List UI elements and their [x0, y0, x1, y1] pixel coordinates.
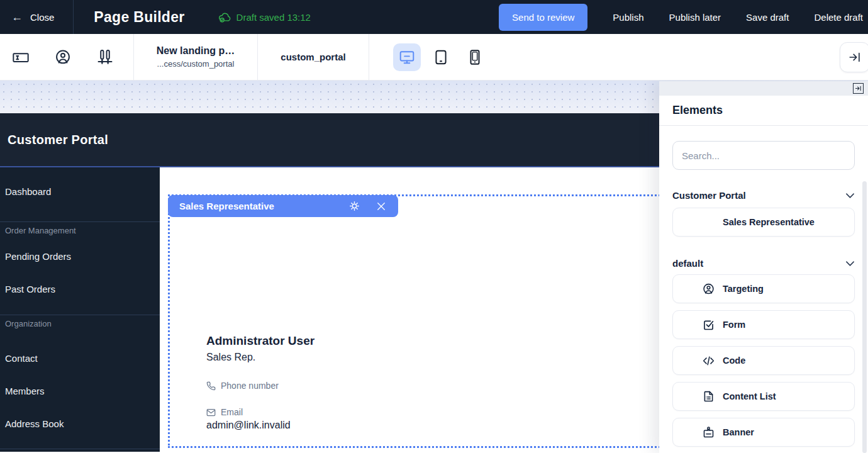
topbar-divider	[73, 0, 74, 34]
section-header-default[interactable]: default	[672, 258, 855, 269]
element-item-label: Content List	[723, 391, 776, 401]
app-title: Page Builder	[94, 9, 184, 26]
page-name: New landing p…	[134, 45, 257, 57]
toolbar: New landing p… ...cess/custom_portal cus…	[0, 34, 868, 81]
element-item-label: Code	[723, 355, 745, 366]
targeting-icon	[702, 282, 715, 296]
code-icon	[702, 354, 715, 367]
person-circle-icon	[54, 48, 72, 66]
toolbar-divider	[369, 34, 369, 80]
selection-border-left	[168, 194, 170, 448]
rep-email-label: Email	[221, 407, 243, 417]
panel-body: Elements Customer Portal Sales Represent…	[659, 104, 868, 447]
form-icon	[702, 318, 715, 332]
device-desktop-button[interactable]	[393, 43, 421, 71]
selected-element-label[interactable]: Sales Representative	[168, 195, 398, 217]
close-icon	[376, 201, 387, 212]
section-label: Customer Portal	[672, 190, 746, 201]
element-item-label: Form	[723, 320, 745, 330]
element-item-sales-representative[interactable]: Sales Representative	[672, 208, 855, 237]
elements-panel: Elements Customer Portal Sales Represent…	[659, 81, 868, 453]
element-settings-button[interactable]	[348, 200, 360, 212]
sidebar-item-settings[interactable]: Settings	[0, 449, 160, 453]
gear-icon	[348, 200, 360, 212]
preview-sidebar: Dashboard Order Management Pending Order…	[0, 167, 160, 452]
sidebar-item-members[interactable]: Members	[0, 374, 160, 407]
rep-phone-row: Phone number	[206, 381, 279, 391]
section-header-customer-portal[interactable]: Customer Portal	[672, 190, 855, 201]
drag-handle-icon[interactable]	[686, 428, 692, 437]
tablet-icon	[433, 49, 449, 65]
toolbar-tools	[0, 48, 133, 66]
preview-page-title: Customer Portal	[8, 133, 108, 147]
collapse-panel-button[interactable]	[840, 42, 868, 72]
page-builder-app: ← Close Page Builder Draft saved 13:12 S…	[0, 0, 868, 453]
mobile-icon	[467, 49, 483, 65]
chevron-down-icon	[845, 260, 855, 267]
send-to-review-button[interactable]: Send to review	[499, 4, 587, 31]
panel-scrollbar[interactable]	[862, 181, 867, 453]
text-field-tool-button[interactable]	[12, 48, 30, 66]
save-draft-button[interactable]: Save draft	[746, 12, 789, 23]
close-button[interactable]: ← Close	[0, 0, 73, 34]
sidebar-item-address-book[interactable]: Address Book	[0, 407, 160, 440]
element-item-form[interactable]: Form	[672, 310, 855, 339]
topbar: ← Close Page Builder Draft saved 13:12 S…	[0, 0, 868, 34]
drag-handle-icon[interactable]	[686, 284, 692, 293]
sidebar-item-dashboard[interactable]: Dashboard	[0, 175, 160, 208]
sidebar-item-contact[interactable]: Contact	[0, 342, 160, 374]
element-item-banner[interactable]: Banner	[672, 418, 855, 447]
element-item-targeting[interactable]: Targeting	[672, 274, 855, 303]
sliders-tool-button[interactable]	[96, 48, 114, 66]
search-input[interactable]	[672, 141, 855, 170]
element-item-code[interactable]: Code	[672, 346, 855, 375]
publish-button[interactable]: Publish	[613, 12, 643, 23]
close-label: Close	[30, 12, 54, 23]
drag-handle-icon[interactable]	[686, 356, 692, 365]
content-list-icon	[702, 390, 715, 403]
desktop-icon	[399, 49, 415, 65]
device-tablet-button[interactable]	[427, 43, 455, 71]
panel-title: Elements	[672, 104, 855, 117]
cloud-check-icon	[218, 10, 231, 24]
back-arrow-icon: ←	[11, 11, 23, 23]
page-title-block[interactable]: New landing p… ...cess/custom_portal	[134, 45, 257, 69]
drag-handle-icon[interactable]	[665, 84, 670, 93]
drag-handle-icon[interactable]	[686, 218, 692, 226]
envelope-icon	[206, 408, 216, 417]
panel-grab-bar[interactable]	[659, 81, 868, 96]
page-slug-tab[interactable]: custom_portal	[258, 52, 369, 62]
panel-divider	[659, 125, 868, 126]
arrow-to-bar-icon	[848, 50, 862, 64]
device-preview-switcher	[393, 43, 489, 71]
page-path: ...cess/custom_portal	[134, 59, 257, 69]
device-mobile-button[interactable]	[461, 43, 489, 71]
panel-collapse-button[interactable]	[853, 83, 864, 94]
audience-tool-button[interactable]	[54, 48, 72, 66]
chevron-down-icon	[845, 192, 855, 199]
element-item-content-list[interactable]: Content List	[672, 382, 855, 411]
delete-draft-button[interactable]: Delete draft	[814, 12, 863, 23]
sidebar-item-past-orders[interactable]: Past Orders	[0, 272, 160, 305]
rep-name: Administrator User	[206, 334, 314, 348]
publish-later-button[interactable]: Publish later	[669, 12, 721, 23]
rep-email-value: admin@link.invalid	[206, 420, 291, 431]
deselect-element-button[interactable]	[376, 201, 387, 212]
selected-element-name: Sales Representative	[179, 201, 333, 211]
sidebar-item-pending-orders[interactable]: Pending Orders	[0, 240, 160, 272]
section-label: default	[672, 258, 703, 269]
sidebar-section-organization: Organization	[0, 315, 160, 333]
selection-border-bottom	[168, 446, 668, 448]
rep-role: Sales Rep.	[206, 352, 255, 363]
rep-phone-label: Phone number	[221, 381, 279, 391]
drag-handle-icon[interactable]	[686, 392, 692, 401]
element-item-label: Targeting	[723, 284, 764, 294]
draft-status-text: Draft saved 13:12	[236, 12, 311, 23]
sidebar-section-order-management: Order Management	[0, 222, 160, 240]
text-field-icon	[12, 48, 30, 66]
sliders-icon	[96, 48, 114, 66]
banner-icon	[702, 426, 715, 439]
drag-handle-icon[interactable]	[686, 320, 692, 329]
element-item-label: Banner	[723, 427, 754, 437]
arrow-to-bar-icon	[855, 85, 862, 92]
